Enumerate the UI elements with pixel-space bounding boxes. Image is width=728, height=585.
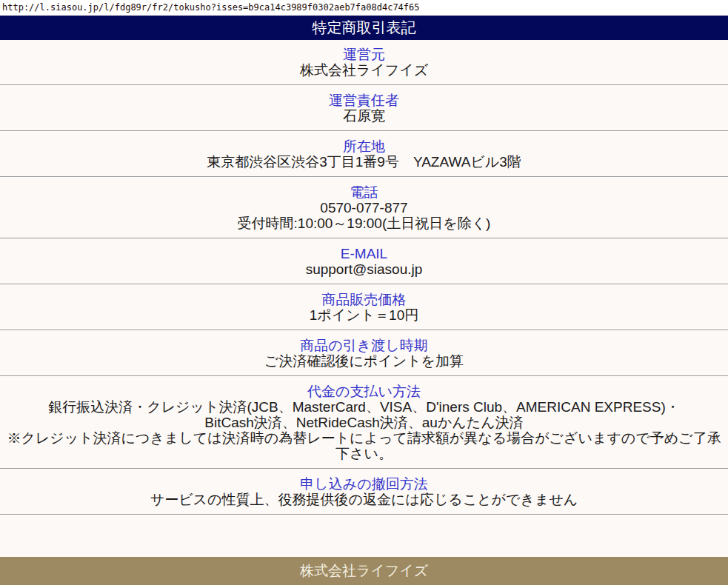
- phone-number: 0570-077-877: [6, 200, 722, 215]
- email-address: support@siasou.jp: [6, 261, 722, 277]
- section-body-line: 石原寛: [6, 108, 722, 124]
- footer-bar: 株式会社ライフイズ: [0, 557, 728, 585]
- section-heading: 代金の支払い方法: [6, 384, 722, 399]
- section-body-line: 1ポイント＝10円: [6, 307, 722, 323]
- section-address: 所在地 東京都渋谷区渋谷3丁目1番9号 YAZAWAビル3階: [0, 132, 728, 176]
- section-body-line: サービスの性質上、役務提供後の返金には応じることができません: [6, 492, 722, 507]
- section-operator: 運営元 株式会社ライフイズ: [0, 40, 728, 84]
- section-delivery-time: 商品の引き渡し時期 ご決済確認後にポイントを加算: [0, 331, 728, 375]
- section-email: E-MAIL support@siasou.jp: [0, 239, 728, 284]
- bottom-spacer: [0, 515, 728, 557]
- section-body-line: 株式会社ライフイズ: [6, 62, 722, 78]
- phone-hours: 受付時間:10:00～19:00(土日祝日を除く): [6, 215, 722, 231]
- section-heading: E-MAIL: [6, 246, 722, 261]
- section-heading: 所在地: [6, 138, 722, 154]
- payment-note: ※クレジット決済につきましては決済時の為替レートによって請求額が異なる場合がござ…: [6, 430, 722, 461]
- section-price: 商品販売価格 1ポイント＝10円: [0, 285, 728, 330]
- page-title-bar: 特定商取引表記: [0, 16, 728, 40]
- payment-methods-line: BitCash決済、NetRideCash決済、auかんたん決済: [6, 415, 722, 430]
- section-phone: 電話 0570-077-877 受付時間:10:00～19:00(土日祝日を除く…: [0, 178, 728, 238]
- payment-methods-line: 銀行振込決済・クレジット決済(JCB、MasterCard、VISA、D'ine…: [6, 399, 722, 415]
- section-heading: 申し込みの撤回方法: [6, 476, 722, 492]
- section-heading: 商品の引き渡し時期: [6, 338, 722, 353]
- page-title: 特定商取引表記: [313, 19, 416, 36]
- section-payment-methods: 代金の支払い方法 銀行振込決済・クレジット決済(JCB、MasterCard、V…: [0, 377, 728, 468]
- section-body-line: 東京都渋谷区渋谷3丁目1番9号 YAZAWAビル3階: [6, 154, 722, 170]
- section-withdrawal: 申し込みの撤回方法 サービスの性質上、役務提供後の返金には応じることができません: [0, 469, 728, 514]
- page-url-text: http://l.siasou.jp/l/fdg89r/fr2/tokusho?…: [0, 0, 728, 16]
- section-responsible-person: 運営責任者 石原寛: [0, 86, 728, 130]
- section-heading: 商品販売価格: [6, 292, 722, 307]
- section-body-line: ご決済確認後にポイントを加算: [6, 353, 722, 369]
- section-heading: 電話: [6, 184, 722, 200]
- tokusho-content: 運営元 株式会社ライフイズ 運営責任者 石原寛 所在地 東京都渋谷区渋谷3丁目1…: [0, 40, 728, 557]
- section-heading: 運営責任者: [6, 93, 722, 108]
- section-heading: 運営元: [6, 47, 722, 62]
- footer-company-name: 株式会社ライフイズ: [300, 563, 428, 578]
